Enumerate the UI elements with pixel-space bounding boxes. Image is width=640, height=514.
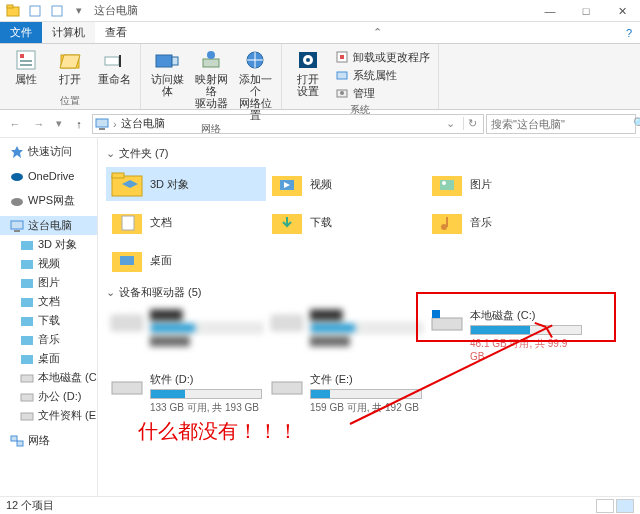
svg-rect-7 — [20, 64, 32, 66]
add-netloc-button[interactable]: 添加一个 网络位置 — [235, 46, 275, 121]
drive-e[interactable]: 文件 (E:)159 GB 可用, 共 192 GB — [266, 370, 426, 417]
annotation-box — [416, 292, 616, 342]
open-settings-button[interactable]: 打开 设置 — [288, 46, 328, 102]
address-bar[interactable]: › 这台电脑 ⌄ ↻ — [92, 114, 484, 134]
svg-rect-22 — [337, 72, 347, 79]
uninstall-button[interactable]: 卸载或更改程序 — [332, 48, 432, 66]
maximize-button[interactable]: □ — [568, 0, 604, 22]
view-details-button[interactable] — [596, 499, 614, 513]
nav-tree[interactable]: 快速访问 OneDrive WPS网盘 这台电脑 3D 对象 视频 图片 文档 … — [0, 138, 98, 496]
svg-rect-40 — [21, 394, 33, 401]
svg-point-15 — [207, 51, 215, 59]
content-pane[interactable]: ⌄文件夹 (7) 3D 对象 视频 图片 文档 下载 音乐 桌面 ⌄设备和驱动器… — [98, 138, 640, 496]
qat-dropdown[interactable]: ▾ — [70, 2, 88, 20]
drive-d[interactable]: 软件 (D:)133 GB 可用, 共 193 GB — [106, 370, 266, 417]
help-button[interactable]: ? — [618, 22, 640, 43]
folder-3d-objects[interactable]: 3D 对象 — [106, 167, 266, 201]
rename-button[interactable]: 重命名 — [94, 46, 134, 93]
svg-rect-33 — [21, 260, 33, 269]
tree-wps[interactable]: WPS网盘 — [0, 191, 97, 210]
tab-view[interactable]: 查看 — [95, 22, 137, 43]
tab-computer[interactable]: 计算机 — [42, 22, 95, 43]
address-dropdown[interactable]: ⌄ — [442, 117, 459, 130]
access-media-button[interactable]: 访问媒体 — [147, 46, 187, 121]
folder-documents[interactable]: 文档 — [106, 205, 266, 239]
back-button[interactable]: ← — [4, 113, 26, 135]
tree-pictures[interactable]: 图片 — [0, 273, 97, 292]
drive-d-sub: 133 GB 可用, 共 193 GB — [150, 401, 262, 415]
rename-label: 重命名 — [98, 73, 131, 85]
breadcrumb[interactable]: 这台电脑 — [121, 116, 165, 131]
tree-d-drive[interactable]: 办公 (D:) — [0, 387, 97, 406]
svg-rect-36 — [21, 317, 33, 326]
svg-rect-62 — [272, 316, 302, 330]
tree-3d-objects[interactable]: 3D 对象 — [0, 235, 97, 254]
svg-marker-9 — [60, 55, 80, 68]
svg-rect-32 — [21, 241, 33, 250]
svg-rect-25 — [96, 119, 108, 127]
manage-button[interactable]: 管理 — [332, 84, 432, 102]
close-button[interactable]: ✕ — [604, 0, 640, 22]
svg-rect-2 — [30, 6, 40, 16]
view-icons-button[interactable] — [616, 499, 634, 513]
tree-downloads[interactable]: 下载 — [0, 311, 97, 330]
ribbon-collapse-button[interactable]: ⌃ — [365, 22, 390, 43]
tree-music[interactable]: 音乐 — [0, 330, 97, 349]
group-header-folders[interactable]: ⌄文件夹 (7) — [106, 146, 632, 161]
open-settings-label: 打开 设置 — [297, 73, 319, 97]
tree-desktop[interactable]: 桌面 — [0, 349, 97, 368]
ribbon-group-system: 打开 设置 卸载或更改程序 系统属性 管理 系统 — [282, 44, 439, 109]
svg-rect-5 — [20, 54, 24, 58]
folder-pictures[interactable]: 图片 — [426, 167, 586, 201]
open-label: 打开 — [59, 73, 81, 85]
tree-c-drive[interactable]: 本地磁盘 (C:) — [0, 368, 97, 387]
view-switcher — [596, 499, 634, 513]
up-button[interactable]: ↑ — [68, 113, 90, 135]
map-drive-label: 映射网络 驱动器 — [191, 73, 231, 109]
group-label-location: 位置 — [60, 93, 80, 109]
search-box[interactable]: 🔍 — [486, 114, 636, 134]
tree-quick-access[interactable]: 快速访问 — [0, 142, 97, 161]
svg-point-52 — [442, 181, 446, 185]
properties-button[interactable]: 属性 — [6, 46, 46, 93]
svg-rect-14 — [203, 59, 219, 67]
quick-access-toolbar: ▾ — [4, 2, 88, 20]
manage-label: 管理 — [353, 87, 375, 99]
minimize-button[interactable]: — — [532, 0, 568, 22]
body: 快速访问 OneDrive WPS网盘 这台电脑 3D 对象 视频 图片 文档 … — [0, 138, 640, 496]
drive-blurred-1[interactable]: ▇▇▇▇▇▇▇▇▇ — [106, 306, 266, 364]
qat-item[interactable] — [48, 2, 66, 20]
tree-documents[interactable]: 文档 — [0, 292, 97, 311]
explorer-icon — [4, 2, 22, 20]
forward-button[interactable]: → — [28, 113, 50, 135]
folder-videos[interactable]: 视频 — [266, 167, 426, 201]
refresh-button[interactable]: ↻ — [463, 117, 481, 130]
tree-videos[interactable]: 视频 — [0, 254, 97, 273]
folder-music[interactable]: 音乐 — [426, 205, 586, 239]
folder-desktop[interactable]: 桌面 — [106, 243, 266, 277]
tree-e-drive[interactable]: 文件资料 (E:) — [0, 406, 97, 425]
tab-file[interactable]: 文件 — [0, 22, 42, 43]
svg-rect-35 — [21, 298, 33, 307]
folders-grid: 3D 对象 视频 图片 文档 下载 音乐 桌面 — [106, 167, 632, 281]
svg-rect-6 — [20, 60, 32, 62]
properties-label: 属性 — [15, 73, 37, 85]
svg-rect-11 — [119, 55, 121, 67]
drive-blurred-2[interactable]: ▇▇▇▇▇▇▇▇▇ — [266, 306, 426, 364]
svg-rect-21 — [340, 55, 344, 59]
folder-downloads[interactable]: 下载 — [266, 205, 426, 239]
tree-network[interactable]: 网络 — [0, 431, 97, 450]
svg-point-28 — [11, 173, 23, 181]
tree-this-pc[interactable]: 这台电脑 — [0, 216, 97, 235]
tree-onedrive[interactable]: OneDrive — [0, 167, 97, 185]
chevron-right-icon: › — [113, 118, 117, 130]
window-title: 这台电脑 — [94, 3, 138, 18]
recent-button[interactable]: ▾ — [52, 113, 66, 135]
svg-rect-43 — [17, 441, 23, 446]
search-input[interactable] — [491, 118, 629, 130]
sysprops-button[interactable]: 系统属性 — [332, 66, 432, 84]
map-drive-button[interactable]: 映射网络 驱动器 — [191, 46, 231, 121]
open-button[interactable]: 打开 — [50, 46, 90, 93]
qat-item[interactable] — [26, 2, 44, 20]
folder-icon — [110, 207, 144, 237]
